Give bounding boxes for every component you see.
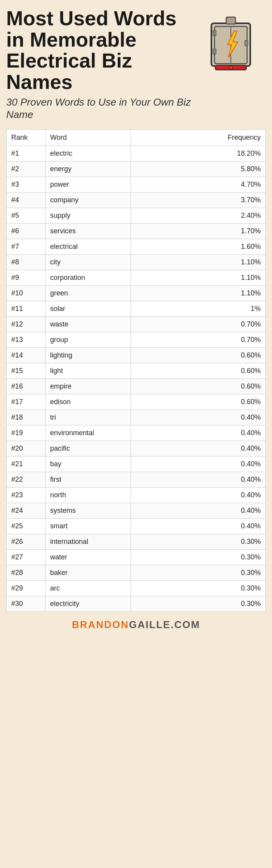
cell-word: electricity [45, 596, 131, 611]
cell-rank: #8 [7, 254, 45, 270]
cell-frequency: 3.70% [131, 192, 266, 208]
cell-rank: #14 [7, 347, 45, 363]
cell-frequency: 5.80% [131, 161, 266, 177]
cell-rank: #27 [7, 549, 45, 565]
table-row: #5supply2.40% [7, 208, 266, 223]
cell-rank: #28 [7, 565, 45, 580]
cell-frequency: 0.40% [131, 518, 266, 534]
table-row: #7electrical1.60% [7, 239, 266, 254]
cell-rank: #29 [7, 580, 45, 596]
cell-word: solar [45, 301, 131, 316]
title-block: Most Used Words in Memorable Electrical … [6, 8, 196, 126]
cell-frequency: 0.30% [131, 549, 266, 565]
cell-rank: #5 [7, 208, 45, 223]
table-row: #12waste0.70% [7, 316, 266, 332]
header-section: Most Used Words in Memorable Electrical … [6, 8, 266, 126]
table-row: #16empire0.60% [7, 378, 266, 394]
table-row: #25smart0.40% [7, 518, 266, 534]
svg-rect-3 [213, 30, 216, 36]
cell-rank: #21 [7, 456, 45, 472]
table-row: #19environmental0.40% [7, 425, 266, 441]
table-row: #30electricity0.30% [7, 596, 266, 611]
cell-word: baker [45, 565, 131, 580]
cell-frequency: 0.60% [131, 394, 266, 410]
cell-rank: #16 [7, 378, 45, 394]
cell-rank: #26 [7, 534, 45, 549]
cell-rank: #2 [7, 161, 45, 177]
cell-word: services [45, 223, 131, 239]
table-row: #6services1.70% [7, 223, 266, 239]
svg-rect-4 [213, 49, 216, 54]
cell-word: green [45, 285, 131, 301]
cell-frequency: 0.40% [131, 487, 266, 503]
cell-word: first [45, 472, 131, 487]
cell-rank: #22 [7, 472, 45, 487]
cell-word: north [45, 487, 131, 503]
cell-frequency: 2.40% [131, 208, 266, 223]
cell-frequency: 0.40% [131, 441, 266, 456]
cell-rank: #7 [7, 239, 45, 254]
cell-frequency: 0.70% [131, 332, 266, 347]
table-row: #11solar1% [7, 301, 266, 316]
cell-frequency: 0.40% [131, 503, 266, 518]
cell-frequency: 0.60% [131, 363, 266, 378]
footer-dotcom: .COM [171, 619, 200, 630]
cell-rank: #3 [7, 177, 45, 192]
page-container: Most Used Words in Memorable Electrical … [0, 0, 272, 641]
cell-frequency: 0.40% [131, 410, 266, 425]
table-row: #4company3.70% [7, 192, 266, 208]
svg-point-9 [229, 66, 232, 69]
cell-frequency: 0.60% [131, 347, 266, 363]
footer-gaille: GAILLE [129, 619, 171, 630]
cell-frequency: 1.10% [131, 270, 266, 285]
cell-frequency: 1.60% [131, 239, 266, 254]
cell-word: corporation [45, 270, 131, 285]
cell-rank: #10 [7, 285, 45, 301]
table-row: #9corporation1.10% [7, 270, 266, 285]
subtitle: 30 Proven Words to Use in Your Own Biz N… [6, 96, 196, 120]
cell-word: electric [45, 146, 131, 161]
cell-frequency: 0.40% [131, 472, 266, 487]
cell-rank: #13 [7, 332, 45, 347]
table-row: #29arc0.30% [7, 580, 266, 596]
cell-word: environmental [45, 425, 131, 441]
table-row: #17edison0.60% [7, 394, 266, 410]
cell-rank: #9 [7, 270, 45, 285]
main-title: Most Used Words in Memorable Electrical … [6, 8, 196, 92]
cell-word: smart [45, 518, 131, 534]
table-row: #24systems0.40% [7, 503, 266, 518]
electrical-box-icon [200, 12, 262, 74]
icon-area [196, 8, 266, 74]
table-row: #13group0.70% [7, 332, 266, 347]
cell-word: arc [45, 580, 131, 596]
cell-word: company [45, 192, 131, 208]
table-header-row: Rank Word Frequency [7, 129, 266, 146]
col-rank: Rank [7, 129, 45, 146]
table-row: #18tri0.40% [7, 410, 266, 425]
col-frequency: Frequency [131, 129, 266, 146]
cell-word: city [45, 254, 131, 270]
cell-rank: #1 [7, 146, 45, 161]
cell-word: light [45, 363, 131, 378]
cell-rank: #23 [7, 487, 45, 503]
cell-frequency: 0.30% [131, 596, 266, 611]
cell-word: systems [45, 503, 131, 518]
cell-rank: #24 [7, 503, 45, 518]
cell-rank: #11 [7, 301, 45, 316]
table-row: #1electric18.20% [7, 146, 266, 161]
table-row: #2energy5.80% [7, 161, 266, 177]
cell-rank: #19 [7, 425, 45, 441]
cell-word: energy [45, 161, 131, 177]
table-row: #15light0.60% [7, 363, 266, 378]
cell-frequency: 18.20% [131, 146, 266, 161]
cell-word: supply [45, 208, 131, 223]
cell-rank: #20 [7, 441, 45, 456]
table-row: #20pacific0.40% [7, 441, 266, 456]
table-row: #3power4.70% [7, 177, 266, 192]
cell-word: edison [45, 394, 131, 410]
cell-frequency: 0.60% [131, 378, 266, 394]
words-table: Rank Word Frequency #1electric18.20%#2en… [6, 129, 266, 612]
cell-frequency: 0.40% [131, 425, 266, 441]
cell-word: waste [45, 316, 131, 332]
cell-rank: #6 [7, 223, 45, 239]
